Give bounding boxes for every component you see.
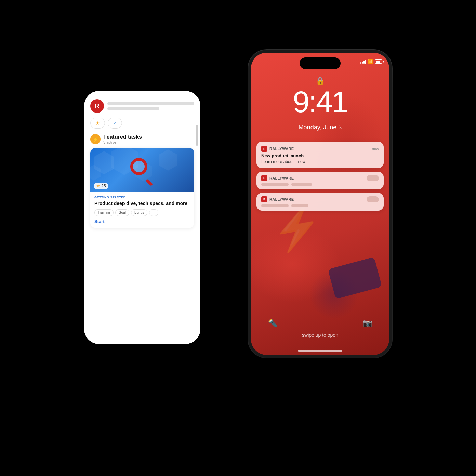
home-indicator[interactable] — [298, 350, 342, 352]
tag-bonus[interactable]: Bonus — [131, 209, 147, 216]
star-outline-icon: ☆ — [96, 184, 100, 188]
magnify-handle — [146, 179, 153, 186]
status-bar: 📶 — [258, 59, 382, 64]
app-header: R — [90, 99, 194, 113]
hex-4 — [159, 149, 177, 171]
featured-section: ⚡ Featured tasks 3 active — [90, 134, 194, 228]
tag-goal[interactable]: Goal — [115, 209, 129, 216]
flashlight-icon[interactable]: 🔦 — [268, 319, 277, 328]
signal-bar-3 — [363, 61, 365, 64]
notif-2-placeholder-2 — [291, 183, 312, 186]
stars-badge: ☆ 25 — [94, 183, 108, 189]
notifications-area: R RALLYWARE now New product launch Learn… — [256, 142, 384, 211]
task-content: GETTING STARTED Product deep dive, tech … — [90, 192, 194, 228]
notif-3-expand[interactable] — [367, 196, 379, 202]
signal-bar-4 — [365, 60, 366, 64]
notif-2-appname: RALLYWARE — [269, 176, 365, 180]
lock-icon: 🔒 — [316, 77, 325, 85]
lightning-badge: ⚡ — [90, 134, 101, 144]
battery-fill — [376, 61, 380, 63]
notification-2[interactable]: R RALLYWARE — [256, 172, 384, 189]
notif-1-appname: RALLYWARE — [269, 147, 370, 151]
signal-bar-2 — [362, 62, 363, 64]
section-header: ⚡ Featured tasks 3 active — [90, 134, 194, 144]
notif-2-header: R RALLYWARE — [261, 175, 379, 181]
section-subtitle: 3 active — [103, 140, 142, 144]
scroll-indicator[interactable] — [196, 125, 198, 146]
filter-tabs: ★ ✓ — [90, 118, 194, 129]
notif-3-logo: R — [261, 196, 267, 202]
notif-2-content — [261, 183, 379, 186]
filter-tab-star[interactable]: ★ — [90, 118, 105, 129]
magnify-icon — [130, 158, 154, 182]
bottom-icons: 🔦 📷 — [251, 319, 389, 328]
star-count: 25 — [101, 184, 106, 188]
wifi-icon: 📶 — [368, 59, 373, 64]
header-lines — [107, 102, 194, 110]
header-line-1 — [107, 102, 194, 105]
tag-training[interactable]: Training — [94, 209, 114, 216]
notif-3-placeholder-2 — [291, 204, 308, 207]
task-image: ☆ 25 — [90, 148, 194, 192]
notif-3-placeholder-1 — [261, 204, 289, 207]
signal-bar-1 — [360, 62, 361, 64]
camera-icon[interactable]: 📷 — [363, 319, 372, 328]
notif-2-logo: R — [261, 175, 267, 181]
battery-icon — [375, 60, 382, 64]
task-title: Product deep dive, tech specs, and more — [94, 200, 190, 207]
notif-3-appname: RALLYWARE — [269, 197, 365, 201]
notif-2-placeholder-1 — [261, 183, 289, 186]
signal-icon — [360, 60, 366, 64]
notif-1-header: R RALLYWARE now — [261, 146, 379, 152]
app-logo: R — [90, 99, 104, 113]
notif-1-time: now — [372, 147, 379, 151]
notification-3[interactable]: R RALLYWARE — [256, 193, 384, 211]
tag-more[interactable]: ··· — [149, 209, 158, 216]
task-card[interactable]: ☆ 25 GETTING STARTED Product deep dive, … — [90, 148, 194, 228]
task-category: GETTING STARTED — [94, 196, 190, 199]
notif-3-content — [261, 204, 379, 207]
notif-3-header: R RALLYWARE — [261, 196, 379, 202]
section-title: Featured tasks — [103, 134, 142, 140]
status-right: 📶 — [360, 59, 383, 64]
start-button[interactable]: Start — [94, 219, 190, 224]
swipe-hint: swipe up to open — [251, 332, 389, 338]
back-phone: R ★ ✓ ⚡ Featured tasks — [84, 91, 200, 344]
notification-1[interactable]: R RALLYWARE now New product launch Learn… — [256, 142, 384, 168]
filter-tab-check[interactable]: ✓ — [108, 118, 122, 129]
notif-1-title: New product launch — [261, 153, 379, 159]
notif-2-expand[interactable] — [367, 175, 379, 181]
task-tags: Training Goal Bonus ··· — [94, 209, 190, 216]
lock-date: Monday, June 3 — [251, 124, 389, 131]
header-line-2 — [107, 107, 159, 110]
notif-1-logo: R — [261, 146, 267, 152]
lock-time: 9:41 — [251, 87, 389, 117]
front-phone: ⚡ 📶 🔒 9:41 — [248, 50, 392, 358]
lock-screen: ⚡ 📶 🔒 9:41 — [251, 53, 389, 355]
notif-1-body: Learn more about it now! — [261, 159, 379, 164]
check-icon: ✓ — [113, 120, 117, 126]
magnify-glass — [130, 158, 147, 175]
star-icon: ★ — [95, 120, 100, 126]
scene: R ★ ✓ ⚡ Featured tasks — [84, 50, 392, 426]
